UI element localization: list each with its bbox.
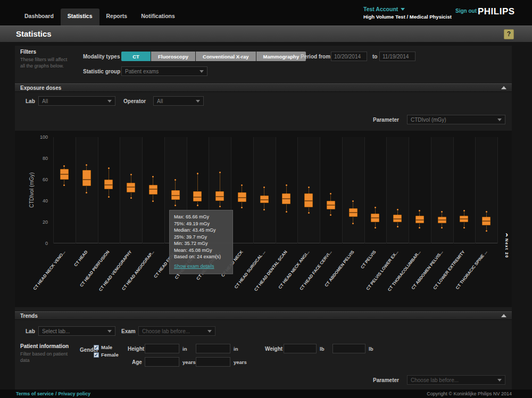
parameter-label: Parameter [373, 117, 399, 123]
gridline [342, 137, 343, 243]
median-line [327, 205, 335, 206]
boxplot-box-ct-head-angiograp[interactable] [149, 185, 157, 194]
help-button[interactable]: ? [504, 29, 514, 39]
operator-select[interactable]: All [153, 96, 204, 106]
weight-max-unit: lb [369, 346, 373, 352]
modality-button-conventional-x-ray[interactable]: Conventional X-ray [196, 52, 256, 61]
account-menu[interactable]: Test Account [363, 6, 452, 12]
trends-exam-select[interactable]: Choose lab before... [138, 326, 215, 336]
parameter-select[interactable]: CTDIvol (mGy) [407, 115, 505, 124]
show-exam-details-link[interactable]: Show exam details [174, 264, 214, 269]
age-min-unit: years [182, 359, 196, 365]
column-band [342, 137, 364, 243]
age-label: Age [132, 359, 142, 365]
age-min-input[interactable] [145, 357, 179, 367]
terms-of-service-link[interactable]: Terms of service [16, 391, 54, 396]
median-line [282, 198, 290, 199]
median-line [304, 200, 313, 201]
trends-lab-label: Lab [26, 328, 35, 334]
whisker-dot [397, 226, 398, 227]
page-header: Statistics ? [0, 26, 532, 42]
whisker-dot [286, 184, 287, 186]
gridline [320, 137, 320, 243]
period-from-input[interactable] [331, 52, 367, 61]
x-tick-label: CT HEAD NECK VENO... [15, 250, 66, 307]
collapse-icon[interactable] [501, 314, 506, 317]
page-title: Statistics [16, 29, 52, 38]
median-line [193, 197, 202, 198]
modality-types-label: Modality types [83, 54, 120, 60]
gridline [53, 137, 54, 243]
chart-tooltip: Max: 65.66 mGy75%: 49.19 mGyMedian: 43.4… [169, 210, 233, 274]
weight-min-input[interactable] [284, 344, 317, 353]
boxplot-box-ct-head-venography[interactable] [127, 183, 135, 192]
nav-item-statistics[interactable]: Statistics [61, 9, 99, 26]
gridline [475, 137, 476, 243]
sign-out-link[interactable]: Sign out [455, 8, 477, 14]
whisker-dot [152, 200, 154, 202]
whisker-dot [463, 227, 465, 228]
gridline [364, 137, 365, 243]
lab-value: All [42, 98, 48, 104]
gender-option-label: Female [101, 352, 119, 358]
filters-description: These filters will affect all the graphs… [20, 56, 71, 69]
modality-button-mammography[interactable]: Mammography [256, 52, 306, 61]
boxplot-box-ct-head[interactable] [82, 170, 91, 186]
weight-label: Weight [265, 346, 282, 352]
weight-max-input[interactable] [332, 344, 365, 353]
footer-links: Terms of service/Privacy policy [16, 391, 90, 396]
trends-exam-value: Choose lab before... [142, 328, 190, 334]
height-min-input[interactable] [145, 344, 179, 353]
lab-select[interactable]: All [38, 96, 115, 106]
whisker-dot [108, 167, 110, 169]
nav-item-notifications[interactable]: Notifications [134, 9, 182, 26]
whisker-dot [63, 184, 65, 186]
median-line [371, 217, 379, 218]
gridline [142, 137, 143, 243]
account-area: Test Account High Volume Test / Medical … [363, 6, 452, 20]
gridline [431, 137, 431, 243]
modality-button-ct[interactable]: CT [121, 52, 151, 61]
modality-button-fluoroscopy[interactable]: Fluoroscopy [151, 52, 196, 61]
nav-item-reports[interactable]: Reports [99, 9, 135, 26]
trends-lab-select[interactable]: Select lab... [38, 326, 115, 336]
nav-item-dashboard[interactable]: Dashboard [18, 9, 61, 26]
screen: DashboardStatisticsReportsNotifications … [0, 0, 532, 398]
boxplot-box-ct-head-cerv[interactable] [193, 191, 202, 201]
next-20-label: Next 20 [504, 239, 509, 258]
trends-parameter-value: Choose lab before... [411, 377, 459, 383]
period-to-input[interactable] [379, 52, 415, 61]
collapse-icon[interactable] [501, 86, 506, 89]
whisker-dot [197, 205, 198, 206]
y-tick-label: 20 [32, 219, 48, 225]
operator-label: Operator [123, 98, 146, 104]
exposure-section-header[interactable]: Exposure doses [15, 83, 512, 92]
whisker-dot [174, 179, 176, 181]
gender-checkbox-female[interactable]: ✓Female [94, 352, 119, 358]
whisker-dot [352, 200, 354, 202]
height-max-input[interactable] [196, 344, 230, 353]
gridline [409, 137, 409, 243]
trends-section-header[interactable]: Trends [15, 311, 512, 320]
age-max-input[interactable] [196, 357, 230, 367]
median-line [171, 195, 180, 196]
trends-section-title: Trends [20, 313, 38, 319]
median-line [104, 184, 113, 185]
whisker-dot [241, 207, 243, 208]
privacy-policy-link[interactable]: Privacy policy [58, 391, 90, 396]
statistic-group-select[interactable]: Patient exams [121, 66, 207, 76]
tooltip-line: 25%: 39.7 mGy [174, 234, 228, 241]
gridline [386, 137, 387, 243]
trends-parameter-select[interactable]: Choose lab before... [407, 375, 505, 385]
plot-area [53, 137, 497, 243]
gender-checkbox-male[interactable]: ✓Male [94, 344, 119, 350]
median-line [215, 196, 224, 197]
nav-items: DashboardStatisticsReportsNotifications [18, 0, 182, 26]
whisker-dot [375, 227, 376, 228]
gridline [98, 137, 98, 243]
checkbox-icon: ✓ [94, 345, 99, 350]
gridline [276, 137, 276, 243]
gridline [253, 137, 254, 243]
account-name: Test Account [363, 6, 398, 12]
next-20-button[interactable]: › Next 20 [504, 231, 509, 258]
